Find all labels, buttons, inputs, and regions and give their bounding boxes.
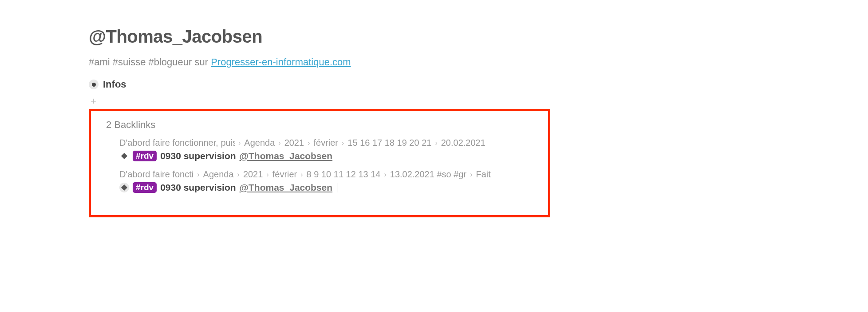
diamond-bullet-icon (119, 151, 129, 161)
breadcrumb-item[interactable]: D'abord faire foncti (119, 169, 193, 180)
breadcrumb-item[interactable]: Fait (476, 169, 490, 180)
breadcrumb-item[interactable]: 8 9 10 11 12 13 14 (307, 169, 381, 180)
backlink-text: 0930 supervision (160, 151, 236, 161)
page-title: @Thomas_Jacobsen (89, 27, 868, 47)
backlinks-panel: 2 Backlinks D'abord faire fonctionner, p… (89, 109, 550, 217)
chevron-right-icon: › (238, 139, 241, 147)
chevron-right-icon: › (384, 171, 386, 179)
chevron-right-icon: › (470, 171, 472, 179)
chevron-right-icon: › (308, 139, 310, 147)
breadcrumb-item[interactable]: D'abord faire fonctionner, puis (119, 138, 235, 148)
mention-link[interactable]: @Thomas_Jacobsen (240, 182, 333, 193)
page-subtitle: #ami #suisse #blogueur sur Progresser-en… (89, 56, 868, 68)
chevron-right-icon: › (342, 139, 344, 147)
backlink-text: 0930 supervision (160, 182, 236, 193)
backlink-entry: D'abord faire fonctionner, puis › Agenda… (119, 138, 537, 161)
breadcrumb: D'abord faire fonctionner, puis › Agenda… (119, 138, 537, 148)
breadcrumb-item[interactable]: février (313, 138, 338, 148)
breadcrumb-item[interactable]: 2021 (243, 169, 263, 180)
chevron-right-icon: › (300, 171, 303, 179)
subtitle-tags: #ami #suisse #blogueur sur (89, 56, 211, 68)
mention-link[interactable]: @Thomas_Jacobsen (240, 151, 333, 161)
chevron-right-icon: › (197, 171, 199, 179)
add-node-button[interactable]: + (89, 96, 868, 106)
breadcrumb: D'abord faire foncti › Agenda › 2021 › f… (119, 169, 537, 180)
infos-bullet-row[interactable]: Infos (89, 79, 868, 90)
breadcrumb-item[interactable]: 2021 (284, 138, 304, 148)
chevron-right-icon: › (237, 171, 240, 179)
backlink-entry: D'abord faire foncti › Agenda › 2021 › f… (119, 169, 537, 193)
backlink-line[interactable]: #rdv 0930 supervision @Thomas_Jacobsen (119, 182, 537, 193)
breadcrumb-item[interactable]: Agenda (203, 169, 234, 180)
breadcrumb-item[interactable]: 15 16 17 18 19 20 21 (347, 138, 431, 148)
backlinks-header: 2 Backlinks (106, 119, 537, 131)
bullet-icon (89, 80, 99, 89)
breadcrumb-item[interactable]: 20.02.2021 (441, 138, 485, 148)
text-cursor (338, 183, 338, 192)
chevron-right-icon: › (435, 139, 437, 147)
breadcrumb-item[interactable]: 13.02.2021 #so #gr (390, 169, 466, 180)
backlink-line[interactable]: #rdv 0930 supervision @Thomas_Jacobsen (119, 151, 537, 161)
diamond-bullet-icon (119, 183, 129, 192)
chevron-right-icon: › (266, 171, 268, 179)
chevron-right-icon: › (278, 139, 280, 147)
rdv-tag[interactable]: #rdv (133, 151, 157, 161)
breadcrumb-item[interactable]: Agenda (244, 138, 275, 148)
subtitle-link[interactable]: Progresser-en-informatique.com (211, 56, 351, 68)
breadcrumb-item[interactable]: février (272, 169, 297, 180)
infos-label: Infos (103, 79, 126, 90)
rdv-tag[interactable]: #rdv (133, 182, 157, 193)
